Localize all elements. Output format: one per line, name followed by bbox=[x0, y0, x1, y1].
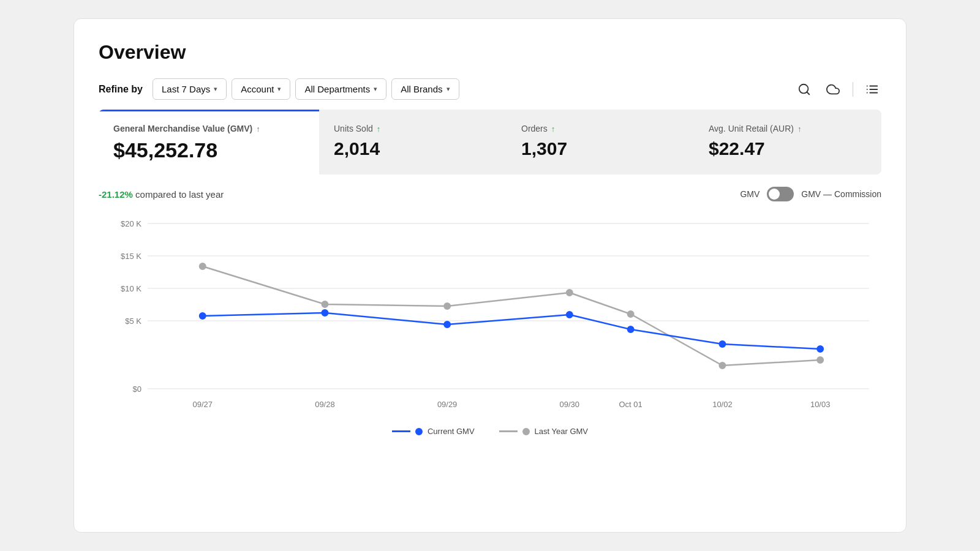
chevron-down-icon: ▾ bbox=[277, 85, 281, 93]
svg-point-38 bbox=[817, 346, 823, 352]
svg-text:$5 K: $5 K bbox=[125, 317, 141, 326]
metrics-row: General Merchandise Value (GMV) ↑ $45,25… bbox=[99, 110, 881, 174]
legend-dot-lastyear bbox=[522, 428, 530, 435]
aur-trend-icon: ↑ bbox=[797, 124, 802, 133]
chart-svg: $20 K $15 K $10 K $5 K $0 09/27 09/28 09… bbox=[99, 211, 881, 419]
main-card: Overview Refine by Last 7 Days ▾ Account… bbox=[74, 18, 907, 533]
filter-brands[interactable]: All Brands ▾ bbox=[391, 78, 459, 100]
aur-value: $22.47 bbox=[709, 138, 867, 159]
toggle-left-label: GMV bbox=[740, 189, 760, 199]
svg-line-1 bbox=[807, 92, 809, 94]
comparison-row: -21.12% compared to last year GMV GMV — … bbox=[99, 187, 881, 201]
legend-dot-current bbox=[415, 428, 423, 435]
legend-current-label: Current GMV bbox=[428, 427, 475, 436]
svg-text:09/27: 09/27 bbox=[193, 400, 213, 409]
gmv-toggle[interactable] bbox=[767, 187, 794, 201]
search-button[interactable] bbox=[795, 80, 813, 99]
metric-tab-aur[interactable]: Avg. Unit Retail (AUR) ↑ $22.47 bbox=[694, 110, 881, 174]
cloud-icon bbox=[826, 83, 840, 96]
orders-value: 1,307 bbox=[521, 138, 679, 159]
svg-text:10/03: 10/03 bbox=[810, 400, 830, 409]
legend-lastyear-label: Last Year GMV bbox=[535, 427, 588, 436]
svg-text:09/30: 09/30 bbox=[560, 400, 579, 409]
search-icon bbox=[797, 83, 811, 96]
aur-label: Avg. Unit Retail (AUR) ↑ bbox=[709, 124, 867, 133]
metric-tab-units[interactable]: Units Sold ↑ 2,014 bbox=[319, 110, 507, 174]
orders-label: Orders ↑ bbox=[521, 124, 679, 133]
svg-point-29 bbox=[628, 311, 634, 317]
svg-point-26 bbox=[322, 301, 328, 307]
svg-text:$0: $0 bbox=[132, 384, 141, 394]
gmv-value: $45,252.78 bbox=[113, 138, 304, 162]
svg-text:09/29: 09/29 bbox=[437, 400, 457, 409]
svg-point-36 bbox=[628, 326, 634, 332]
svg-point-30 bbox=[719, 362, 725, 369]
toolbar-icons bbox=[795, 80, 881, 99]
comparison-text: -21.12% compared to last year bbox=[99, 189, 224, 200]
svg-point-34 bbox=[444, 321, 450, 328]
comparison-label: compared to last year bbox=[135, 189, 224, 200]
metric-tab-orders[interactable]: Orders ↑ 1,307 bbox=[507, 110, 694, 174]
page-title: Overview bbox=[99, 41, 881, 64]
filter-date[interactable]: Last 7 Days ▾ bbox=[153, 78, 227, 100]
filter-account[interactable]: Account ▾ bbox=[232, 78, 290, 100]
svg-text:$10 K: $10 K bbox=[121, 284, 141, 293]
list-icon bbox=[865, 83, 879, 96]
svg-point-27 bbox=[444, 303, 450, 309]
comparison-value: -21.12% bbox=[99, 189, 133, 200]
svg-point-31 bbox=[817, 357, 823, 363]
units-trend-icon: ↑ bbox=[377, 124, 381, 133]
toolbar: Refine by Last 7 Days ▾ Account ▾ All De… bbox=[99, 78, 881, 100]
cloud-button[interactable] bbox=[823, 80, 843, 99]
svg-text:Oct 01: Oct 01 bbox=[619, 400, 643, 409]
chart-legend: Current GMV Last Year GMV bbox=[99, 427, 881, 436]
svg-point-37 bbox=[719, 341, 725, 347]
units-value: 2,014 bbox=[334, 138, 492, 159]
metric-tab-gmv[interactable]: General Merchandise Value (GMV) ↑ $45,25… bbox=[99, 110, 319, 174]
chevron-down-icon: ▾ bbox=[214, 85, 217, 93]
svg-point-35 bbox=[567, 312, 573, 318]
svg-point-33 bbox=[322, 310, 328, 316]
legend-line-lastyear bbox=[499, 430, 518, 432]
legend-line-current bbox=[392, 430, 410, 432]
toggle-area: GMV GMV — Commission bbox=[740, 187, 881, 201]
refine-label: Refine by bbox=[99, 84, 143, 95]
filter-departments[interactable]: All Departments ▾ bbox=[295, 78, 386, 100]
svg-point-32 bbox=[200, 313, 206, 319]
svg-text:10/02: 10/02 bbox=[712, 400, 732, 409]
svg-text:$15 K: $15 K bbox=[121, 252, 141, 261]
gmv-label: General Merchandise Value (GMV) ↑ bbox=[113, 124, 304, 133]
svg-point-25 bbox=[200, 263, 206, 269]
chart-area: $20 K $15 K $10 K $5 K $0 09/27 09/28 09… bbox=[99, 211, 881, 444]
legend-lastyear: Last Year GMV bbox=[499, 427, 588, 436]
svg-text:09/28: 09/28 bbox=[315, 400, 334, 409]
legend-current: Current GMV bbox=[392, 427, 475, 436]
svg-point-28 bbox=[567, 290, 573, 296]
orders-trend-icon: ↑ bbox=[551, 124, 556, 133]
list-button[interactable] bbox=[863, 80, 881, 99]
toolbar-divider bbox=[853, 82, 853, 97]
chevron-down-icon: ▾ bbox=[374, 85, 377, 93]
svg-text:$20 K: $20 K bbox=[121, 219, 141, 228]
units-label: Units Sold ↑ bbox=[334, 124, 492, 133]
gmv-trend-icon: ↑ bbox=[256, 124, 260, 133]
chevron-down-icon: ▾ bbox=[447, 85, 450, 93]
toggle-right-label: GMV — Commission bbox=[801, 189, 881, 199]
